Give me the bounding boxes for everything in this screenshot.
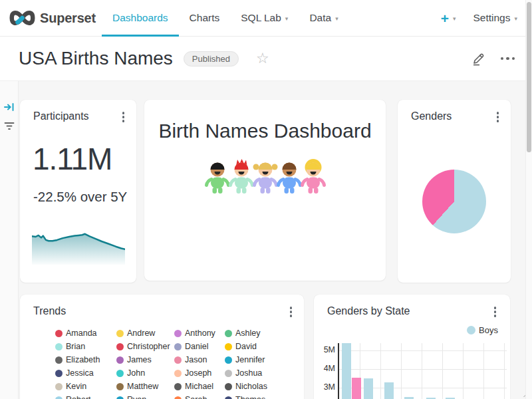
caret-down-icon: ▾ bbox=[285, 15, 289, 22]
legend-item-robert[interactable]: Robert bbox=[55, 394, 91, 399]
legend-item-brian[interactable]: Brian bbox=[55, 341, 85, 352]
card-title: Trends bbox=[33, 305, 66, 317]
more-actions-ellipsis-icon[interactable] bbox=[501, 55, 515, 63]
gridline bbox=[380, 343, 381, 399]
legend-label: Christopher bbox=[127, 342, 170, 351]
card-title: Participants bbox=[33, 110, 89, 122]
legend-dot bbox=[225, 370, 232, 377]
participants-card: Participants 1.11M -22.5% over 5Y bbox=[20, 100, 136, 283]
nav-item-data[interactable]: Data▾ bbox=[299, 0, 348, 36]
kid-figure bbox=[301, 158, 326, 196]
kebab-menu-icon[interactable] bbox=[494, 110, 502, 124]
legend-label: Matthew bbox=[127, 382, 158, 391]
settings-menu[interactable]: Settings ▾ bbox=[473, 12, 517, 24]
new-item-button[interactable]: + ▾ bbox=[441, 11, 456, 25]
legend-label: Jason bbox=[185, 355, 207, 364]
bar-boys[interactable] bbox=[364, 378, 373, 399]
edit-pencil-icon[interactable] bbox=[471, 51, 485, 66]
legend-item-kevin[interactable]: Kevin bbox=[55, 381, 86, 392]
kebab-menu-icon[interactable] bbox=[120, 110, 128, 124]
legend-dot bbox=[174, 396, 182, 399]
legend-item-elizabeth[interactable]: Elizabeth bbox=[55, 354, 100, 365]
legend-item-sarah[interactable]: Sarah bbox=[174, 394, 207, 399]
gridline bbox=[401, 343, 402, 399]
legend-item-michael[interactable]: Michael bbox=[174, 381, 213, 392]
legend-item-amanda[interactable]: Amanda bbox=[55, 328, 97, 338]
legend-dot bbox=[174, 383, 182, 390]
page-scrollbar[interactable] bbox=[525, 0, 532, 399]
bar-boys[interactable] bbox=[342, 343, 351, 399]
published-badge[interactable]: Published bbox=[184, 51, 239, 66]
legend-item-david[interactable]: David bbox=[225, 341, 257, 352]
bar-boys[interactable] bbox=[384, 382, 394, 399]
legend-item-jennifer[interactable]: Jennifer bbox=[225, 354, 265, 365]
legend-dot bbox=[116, 343, 124, 350]
bar-girls[interactable] bbox=[352, 378, 361, 399]
page-title: USA Births Names bbox=[19, 48, 173, 69]
legend-item-anthony[interactable]: Anthony bbox=[174, 328, 215, 338]
legend-item-joseph[interactable]: Joseph bbox=[174, 368, 211, 378]
superset-logo[interactable]: Superset bbox=[8, 9, 96, 27]
trends-card: Trends AmandaAndrewAnthonyAshleyBrianChr… bbox=[20, 295, 304, 399]
filter-funnel-icon[interactable] bbox=[3, 120, 15, 132]
expand-filter-bar-icon[interactable] bbox=[3, 101, 15, 113]
legend-dot bbox=[55, 383, 63, 390]
legend-label: Elizabeth bbox=[66, 355, 100, 364]
legend-item-andrew[interactable]: Andrew bbox=[116, 328, 155, 338]
legend-label: Sarah bbox=[185, 395, 207, 399]
legend-label: Anthony bbox=[185, 329, 215, 338]
gridline bbox=[422, 343, 422, 399]
legend-item-jessica[interactable]: Jessica bbox=[55, 368, 94, 378]
legend-item-james[interactable]: James bbox=[116, 354, 152, 365]
kebab-menu-icon[interactable] bbox=[287, 305, 295, 319]
genders-by-state-card: Genders by State Boys 5M4M3M bbox=[314, 295, 510, 399]
nav-item-label: SQL Lab bbox=[241, 12, 281, 24]
kids-illustration bbox=[144, 158, 386, 196]
legend-dot bbox=[225, 356, 232, 364]
legend-dot bbox=[174, 330, 182, 337]
nav-item-dashboards[interactable]: Dashboards bbox=[102, 0, 179, 36]
nav-item-sql-lab[interactable]: SQL Lab▾ bbox=[230, 0, 299, 36]
legend-label: Michael bbox=[185, 382, 213, 391]
legend-item-ashley[interactable]: Ashley bbox=[225, 328, 261, 338]
big-number-subheader: -22.5% over 5Y bbox=[33, 189, 127, 205]
legend-item-matthew[interactable]: Matthew bbox=[116, 381, 158, 392]
legend-dot bbox=[116, 383, 124, 390]
superset-dashboard-page: Superset DashboardsChartsSQL Lab▾Data▾ +… bbox=[0, 0, 532, 399]
legend-item-daniel[interactable]: Daniel bbox=[174, 341, 208, 352]
scrollbar-thumb[interactable] bbox=[527, 2, 531, 152]
legend-dot bbox=[174, 343, 182, 350]
legend-item-john[interactable]: John bbox=[116, 368, 145, 378]
infinity-logo-icon bbox=[8, 9, 37, 27]
legend-dot bbox=[55, 370, 63, 377]
brand-name: Superset bbox=[40, 11, 96, 26]
legend-label: Ryan bbox=[127, 395, 146, 399]
legend-dot bbox=[225, 330, 232, 337]
legend-dot bbox=[55, 330, 63, 337]
caret-down-icon: ▾ bbox=[514, 15, 517, 22]
legend-dot bbox=[116, 330, 124, 337]
legend-label: James bbox=[127, 355, 152, 364]
kebab-menu-icon[interactable] bbox=[491, 305, 499, 319]
gridline bbox=[463, 343, 464, 399]
main-nav: DashboardsChartsSQL Lab▾Data▾ bbox=[102, 0, 349, 36]
legend-dot bbox=[225, 343, 232, 350]
headline-card: Birth Names Dashboard bbox=[144, 100, 386, 281]
legend-label: Daniel bbox=[185, 342, 208, 351]
legend-dot bbox=[174, 370, 182, 377]
legend-item-thomas[interactable]: Thomas bbox=[225, 394, 265, 399]
legend-item-joshua[interactable]: Joshua bbox=[225, 368, 262, 378]
legend-item-nicholas[interactable]: Nicholas bbox=[225, 381, 267, 392]
legend-item-ryan[interactable]: Ryan bbox=[116, 394, 146, 399]
genders-pie-chart bbox=[422, 170, 486, 233]
favorite-star-icon[interactable]: ☆ bbox=[256, 51, 269, 66]
nav-item-charts[interactable]: Charts bbox=[179, 0, 231, 36]
legend-label: Joshua bbox=[235, 368, 262, 378]
nav-item-label: Charts bbox=[190, 12, 220, 24]
legend-item-christopher[interactable]: Christopher bbox=[116, 341, 170, 352]
legend-item-jason[interactable]: Jason bbox=[174, 354, 207, 365]
bar-chart-legend[interactable]: Boys bbox=[467, 325, 498, 335]
legend-label: Joseph bbox=[185, 368, 211, 378]
legend-dot bbox=[116, 356, 124, 364]
legend-label: Brian bbox=[66, 342, 85, 351]
